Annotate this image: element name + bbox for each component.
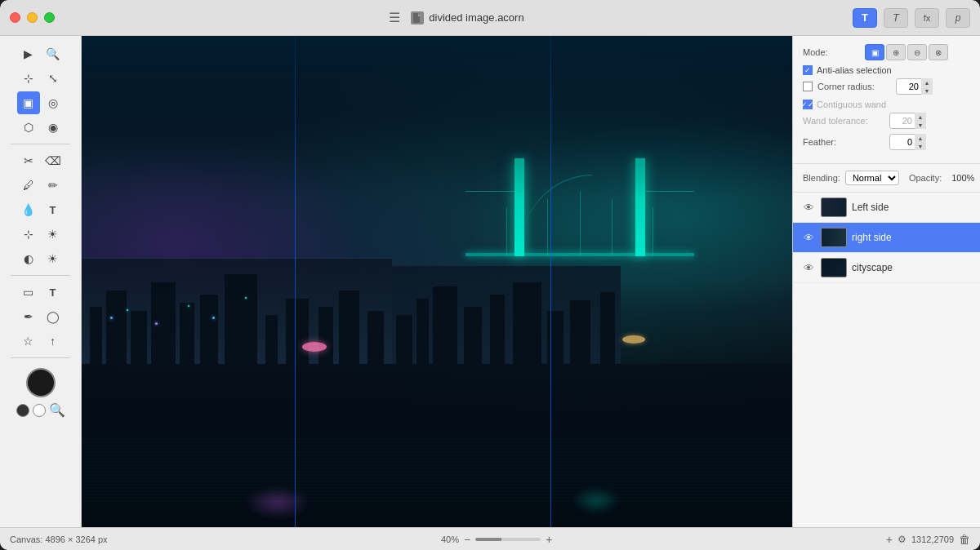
water-reflection [82, 437, 792, 503]
lasso-btn[interactable]: ⬡ [17, 116, 40, 139]
star-btn[interactable]: ☆ [17, 330, 40, 353]
tool-row-5: ✂ ⌫ [17, 149, 65, 172]
close-button[interactable] [10, 12, 20, 23]
titlebar-right: T T fx p [853, 8, 970, 28]
mode-subtract-icon: ⊖ [914, 48, 920, 57]
maximize-button[interactable] [44, 12, 55, 23]
dodge-btn[interactable]: ◐ [17, 247, 40, 270]
transform-tool-btn[interactable]: ⊹ [17, 67, 40, 90]
separator-1 [11, 144, 70, 144]
layer-visibility-right[interactable]: 👁 [801, 230, 816, 245]
color-swatches-row: 🔍 [16, 402, 65, 418]
select-tool-btn[interactable]: ▶ [17, 42, 40, 65]
layer-visibility-left[interactable]: 👁 [801, 200, 816, 215]
crop-btn[interactable]: ✂ [17, 149, 40, 172]
water-layer [82, 364, 792, 527]
anti-alias-row: Anti-alias selection [803, 65, 970, 75]
foreground-color[interactable] [26, 368, 56, 397]
brush-btn[interactable]: 🖊 [17, 174, 40, 197]
main-area: ▶ 🔍 ⊹ ⤡ ▣ ◎ ⬡ ◉ ✂ ⌫ 🖊 ✏ [0, 36, 980, 527]
zoom-slider[interactable] [475, 538, 541, 541]
contiguous-wand-checkbox[interactable]: ✓ [803, 100, 813, 109]
mode-intersect-btn[interactable]: ⊗ [929, 44, 948, 60]
feather-up[interactable]: ▲ [915, 134, 926, 142]
layer-visibility-cityscape[interactable]: 👁 [801, 260, 816, 275]
sidebar-toggle-btn[interactable]: ☰ [383, 7, 406, 29]
feather-down[interactable]: ▼ [915, 142, 926, 150]
contiguous-wand-label: Contiguous wand [817, 100, 886, 109]
text-btn[interactable]: T [42, 198, 65, 221]
coordinates: 1312,2709 [911, 534, 954, 544]
zoom-tool-small[interactable]: 🔍 [49, 402, 65, 418]
status-bar: Canvas: 4896 × 3264 px 40% − + + ⚙ 1312,… [0, 527, 980, 550]
rect-select-btn[interactable]: ▣ [17, 91, 40, 114]
circle-shape-btn[interactable]: ◯ [42, 305, 65, 328]
status-right: + ⚙ 1312,2709 🗑 [886, 533, 970, 546]
canvas-area[interactable] [82, 36, 792, 527]
layer-item-left[interactable]: 👁 Left side [793, 193, 980, 223]
wand-tolerance-up[interactable]: ▲ [915, 113, 926, 121]
text-shape-btn[interactable]: T [42, 281, 65, 304]
mode-replace-btn[interactable]: ▣ [865, 44, 884, 60]
add-layer-btn[interactable]: + [886, 533, 893, 546]
tool-row-6: 🖊 ✏ [17, 174, 65, 197]
layer-item-cityscape[interactable]: 👁 cityscape [793, 253, 980, 283]
bg-color-swatch[interactable] [16, 404, 29, 417]
mode-add-btn[interactable]: ⊕ [886, 44, 906, 60]
burn-btn[interactable]: ☀ [42, 247, 65, 270]
corner-radius-up[interactable]: ▲ [921, 78, 933, 86]
blending-select[interactable]: Normal [845, 171, 899, 185]
corner-radius-checkbox[interactable] [803, 82, 813, 91]
script-btn[interactable]: p [946, 8, 970, 28]
slice-btn[interactable]: ⌫ [42, 149, 65, 172]
layer-item-right[interactable]: 👁 right side [793, 223, 980, 253]
settings-icon[interactable]: ⚙ [898, 534, 906, 545]
separator-2 [11, 275, 70, 276]
font-icon: T [893, 11, 899, 24]
contiguous-wand-row: ✓ Contiguous wand [803, 100, 970, 109]
tool-row-8: ⊹ ☀ [17, 223, 65, 246]
clone-btn[interactable]: ⊹ [17, 223, 40, 246]
magic-wand-btn[interactable]: ◉ [42, 116, 65, 139]
sky-overlay [82, 36, 792, 199]
blending-label: Blending: [803, 173, 840, 183]
layer-name-right: right side [852, 232, 972, 243]
font-btn[interactable]: T [884, 8, 908, 28]
wand-tolerance-wrap: 20 ▲ ▼ [889, 113, 926, 129]
trash-icon[interactable]: 🗑 [959, 533, 970, 546]
minimize-button[interactable] [27, 12, 38, 23]
layers-list: 👁 Left side 👁 right side 👁 [793, 193, 980, 527]
anti-alias-checkbox[interactable] [803, 65, 813, 75]
vector-btn[interactable]: ↑ [42, 330, 65, 353]
wand-tolerance-down[interactable]: ▼ [915, 121, 926, 129]
boat-right [622, 335, 645, 344]
water-reflection-2 [572, 486, 621, 515]
fill-btn[interactable]: 💧 [17, 198, 40, 221]
tool-row-10: ▭ T [17, 281, 65, 304]
corner-radius-down[interactable]: ▼ [921, 86, 933, 95]
tool-row-9: ◐ ☀ [17, 247, 65, 270]
canvas-image [82, 36, 792, 527]
text-tool-btn[interactable]: T [853, 8, 877, 28]
ellipse-select-btn[interactable]: ◎ [42, 91, 65, 114]
zoom-in-btn[interactable]: + [546, 533, 552, 546]
smudge-btn[interactable]: ☀ [42, 223, 65, 246]
pencil-btn[interactable]: ✏ [42, 174, 65, 197]
zoom-tool-btn[interactable]: 🔍 [42, 42, 65, 65]
rect-shape-btn[interactable]: ▭ [17, 281, 40, 304]
water-reflection-1 [245, 486, 310, 519]
mode-subtract-btn[interactable]: ⊖ [907, 44, 927, 60]
zoom-out-btn[interactable]: − [464, 533, 470, 546]
mode-label: Mode: [803, 47, 860, 57]
wand-tolerance-row: Wand tolerance: 20 ▲ ▼ [803, 113, 970, 129]
effects-btn[interactable]: fx [915, 8, 939, 28]
wand-tolerance-label: Wand tolerance: [803, 116, 884, 126]
window-title: divided image.acorn [429, 11, 523, 24]
buildings-left [82, 258, 392, 364]
mode-add-icon: ⊕ [893, 48, 899, 57]
file-icon [411, 11, 424, 24]
resize-tool-btn[interactable]: ⤡ [42, 67, 65, 90]
pen-btn[interactable]: ✒ [17, 305, 40, 328]
fg-color-swatch[interactable] [33, 404, 46, 417]
opacity-label: Opacity: [909, 173, 942, 183]
